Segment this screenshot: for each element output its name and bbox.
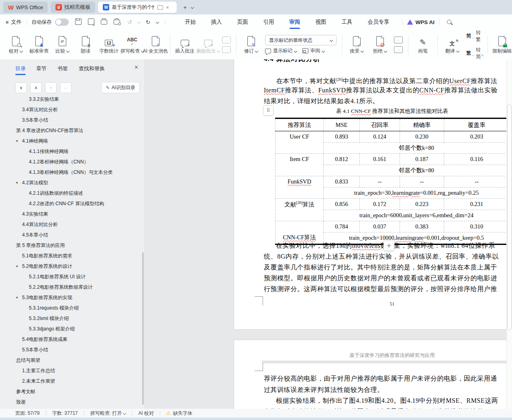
toc-item[interactable]: ▾ 3.5本章小结 <box>0 115 142 125</box>
prev-change-button[interactable]: ← <box>394 37 403 43</box>
undo-chevron-icon[interactable] <box>137 20 140 24</box>
toc-item[interactable]: ▾ 4.1.3卷积神经网络（CNN）与文本分类 <box>0 167 142 177</box>
spellcheck-status[interactable]: 拼写检查: 打开 <box>90 410 122 417</box>
markup-state-dropdown[interactable]: 显示标记的最终状态 <box>265 35 337 45</box>
toc-item[interactable]: ▾ 4.1神经网络 <box>0 136 142 146</box>
track-changes-button[interactable]: ✎ 修订 <box>239 35 263 55</box>
collapse-arrow-icon[interactable]: ▾ <box>16 296 22 300</box>
toc-item[interactable]: ▾ 4.2.1训练数据的特征描述 <box>0 188 142 198</box>
toc-item[interactable]: ▾ 5.3.3django 框架介绍 <box>0 324 142 334</box>
delete-comment-button[interactable]: × 删除批注 <box>196 35 220 55</box>
save-button[interactable] <box>74 18 82 26</box>
toc-item[interactable]: ▾ 5.2.2电影推荐系统数据库设计 <box>0 282 142 292</box>
show-markup-button[interactable]: 显示标记 <box>265 47 297 54</box>
compare-button[interactable]: ⇄ 比较 <box>51 35 74 55</box>
ai-polish-button[interactable]: ✧ AI 全文润色 <box>144 35 167 55</box>
menu-tools[interactable]: 工具 <box>334 14 360 30</box>
toc-item[interactable]: ▾ 致谢 <box>0 397 142 407</box>
print-button[interactable] <box>100 19 108 26</box>
toc-item[interactable]: ▾ 4.4算法对比分析 <box>0 219 142 230</box>
reject-button[interactable]: ∅ 拒绝 <box>368 35 392 55</box>
table-drag-handle[interactable]: ⠿ <box>263 105 273 116</box>
close-sidebar-icon[interactable]: × <box>135 64 138 71</box>
toc-item[interactable]: ▾ 4.3实验结果 <box>0 209 142 219</box>
expand-button[interactable]: ＋ <box>45 82 57 93</box>
file-menu[interactable]: ≡ 文件 <box>6 18 22 26</box>
document-workspace[interactable]: 4.4 算法对比分析 在本节中，将对文献[26]中提出的推荐算法以及第二章介绍的… <box>145 59 512 409</box>
prev-comment-button[interactable]: ← <box>222 37 231 43</box>
toc-item[interactable]: ▾ 5.3.1requests 模块介绍 <box>0 303 142 313</box>
document-scrollbar[interactable] <box>506 59 512 409</box>
toc-item[interactable]: ▾ 5.4电影推荐系统成果 <box>0 334 142 345</box>
spellcheck-chevron-icon[interactable] <box>123 412 126 415</box>
restrict-editing-button[interactable]: 限制编辑 <box>491 35 512 55</box>
quick-insert-button[interactable]: + <box>383 240 394 251</box>
new-tab-button[interactable]: ＋ <box>182 4 188 11</box>
toc-item[interactable]: ▾ 5.1电影推荐系统的需求 <box>0 251 142 261</box>
tab-wps-office[interactable]: W WPS Office <box>3 2 48 13</box>
group-expand-icon[interactable]: ↘ <box>481 53 484 57</box>
toc-item[interactable]: ▾ 5.3.2lxml 模块介绍 <box>0 313 142 324</box>
collapse-arrow-icon[interactable]: ▾ <box>16 181 22 185</box>
tab-bookmarks[interactable]: 书签 <box>57 65 68 72</box>
toc-item[interactable]: ▾ 3.3.2实验结果 <box>0 94 142 104</box>
menu-home[interactable]: 开始 <box>177 14 204 30</box>
review-pane-button[interactable]: 审阅 <box>302 47 324 54</box>
autosave-toggle[interactable] <box>55 18 69 26</box>
document-page-52[interactable]: 基于深度学习的推荐算法的研究与应用 荐评分较高的电影，由于对用户推荐的电影属于用… <box>234 340 512 409</box>
collapse-arrow-icon[interactable]: ▾ <box>16 139 22 143</box>
history-chevron-icon[interactable] <box>155 20 159 24</box>
next-comment-button[interactable]: → <box>222 46 231 53</box>
word-count-status[interactable]: 字数: 37717 <box>52 410 78 417</box>
menu-page[interactable]: 页面 <box>230 14 256 30</box>
insert-comment-button[interactable]: + 插入批注 <box>173 35 196 55</box>
ink-brush-button[interactable]: ✎ 画笔 <box>411 35 434 55</box>
menu-insert[interactable]: 插入 <box>204 14 230 30</box>
toc-item[interactable]: ▾ 参考文献 <box>0 386 142 397</box>
menu-view[interactable]: 视图 <box>308 14 334 30</box>
toc-item[interactable]: ▾ 4.1.2卷积神经网络（CNN） <box>0 157 142 167</box>
ai-recognize-toc-button[interactable]: ✎ AI识别目录 <box>101 82 140 93</box>
standard-review-button[interactable]: ♟ 标准审查 <box>27 35 51 55</box>
collapse-button[interactable]: − <box>60 82 71 93</box>
redo-button[interactable]: ↻ <box>144 19 152 25</box>
toc-item[interactable]: ▾ 4.1.1传统神经网络 <box>0 146 142 157</box>
search-button[interactable] <box>447 18 451 26</box>
toc-item[interactable]: ▾ 3.4算法对比分析 <box>0 104 142 115</box>
menu-member[interactable]: 会员专享 <box>360 14 397 30</box>
tab-chapters[interactable]: 章节 <box>36 65 47 72</box>
toc-item[interactable]: ▾ 4.2算法模型 <box>0 177 142 188</box>
to-simplified-button[interactable]: 繁 转简 <box>466 47 481 60</box>
spell-check-button[interactable]: ABC✓ 拼写检查 <box>120 35 144 55</box>
sidebar-scrollbar[interactable] <box>142 252 144 405</box>
proofread-button[interactable]: 校对 <box>4 35 27 55</box>
toc-item[interactable]: ▾ 4.2.2改进的 CNN-CF 算法模型结构 <box>0 198 142 209</box>
toc-item[interactable]: ▾ 1.主要工作总结 <box>0 365 142 376</box>
read-aloud-button[interactable]: )) 朗读 <box>74 35 97 55</box>
toc-item[interactable]: ▾ 第 5 章推荐算法的应用 <box>0 240 142 251</box>
prev-heading-button[interactable]: ∧ <box>30 82 42 93</box>
ai-proofread-status[interactable]: AI 校对 <box>138 410 154 417</box>
tab-document-active[interactable]: W 基于深度学习的个性化推荐算 × <box>98 2 177 13</box>
word-count-button[interactable]: 12+ 字数统计 <box>97 35 120 55</box>
toc-item[interactable]: ▾ 5.5本章小结 <box>0 345 142 355</box>
tab-find-replace[interactable]: 查找和替换 <box>79 65 105 72</box>
tab-list-chevron-icon[interactable] <box>191 6 194 9</box>
wps-ai-button[interactable]: WPS AI <box>407 19 435 25</box>
close-tab-icon[interactable]: × <box>166 4 169 10</box>
menu-reference[interactable]: 引用 <box>256 14 282 30</box>
document-page-51[interactable]: 4.4 算法对比分析 在本节中，将对文献[26]中提出的推荐算法以及第二章介绍的… <box>234 59 512 330</box>
toc-item[interactable]: ▾ 5.2.1电影推荐系统 UI 设计 <box>0 271 142 282</box>
next-change-button[interactable]: → <box>394 46 403 53</box>
window-mode-icon[interactable] <box>157 5 163 10</box>
toc-item[interactable]: ▾ 第 4 章改进的CNN-CF推荐算法 <box>0 125 142 136</box>
collapse-arrow-icon[interactable]: ▾ <box>16 264 22 268</box>
scrollbar-thumb[interactable] <box>507 104 512 330</box>
page-indicator[interactable]: 页面: 57/79 <box>15 410 40 417</box>
toc-item[interactable]: ▾ 总结与展望 <box>0 355 142 365</box>
toc-item[interactable]: ▾ 5.2电影推荐系统的设计 <box>0 261 142 271</box>
toc-item[interactable]: ▾ 4.5本章小结 <box>0 230 142 240</box>
missing-font-warning[interactable]: 缺失字体 <box>173 410 192 417</box>
export-button[interactable] <box>87 18 95 26</box>
toc-item[interactable]: ▾ 2.未来工作展望 <box>0 376 142 386</box>
